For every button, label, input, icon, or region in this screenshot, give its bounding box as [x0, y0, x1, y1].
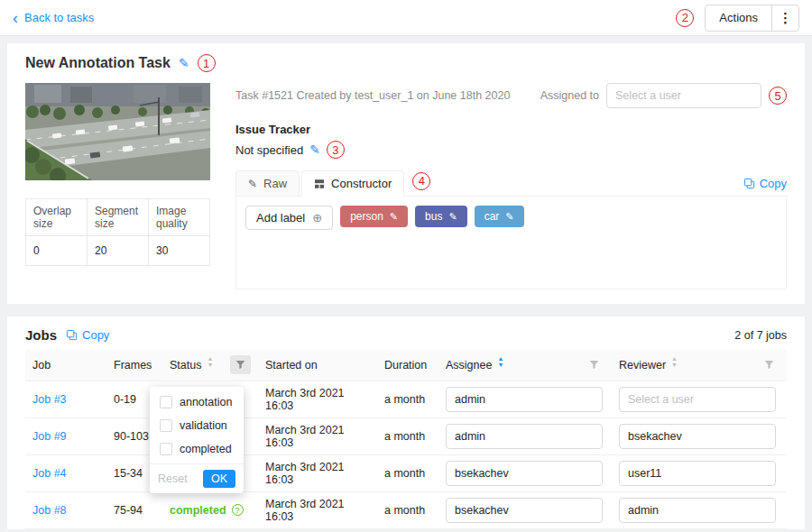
task-card: New Annotation Task ✎ 1: [7, 43, 805, 304]
duration-value: a month: [384, 467, 425, 480]
sort-icon-assignee[interactable]: ▲▼: [497, 359, 503, 371]
param-value-overlap: 0: [26, 236, 88, 266]
label-chip-person-name: person: [350, 210, 383, 223]
assignee-input[interactable]: [446, 498, 603, 523]
jobs-title: Jobs: [25, 327, 57, 343]
jobs-table-header-row: Job Frames Status ▲▼ Started on Duration: [25, 350, 787, 381]
job-link[interactable]: Job #4: [32, 467, 67, 480]
filter-option-completed[interactable]: completed: [150, 437, 244, 461]
job-link[interactable]: Job #3: [32, 393, 67, 406]
actions-button[interactable]: Actions ⋮: [705, 5, 799, 32]
jobs-count: 2 of 7 jobs: [734, 329, 787, 342]
duration-value: a month: [384, 504, 425, 517]
labels-panel: Add label ⊕ person ✎ bus ✎ car ✎: [235, 196, 787, 289]
edit-issue-tracker-icon[interactable]: ✎: [309, 143, 320, 156]
actions-button-label[interactable]: Actions: [706, 5, 771, 31]
frames-value: 90-103: [114, 430, 149, 443]
more-icon[interactable]: ⋮: [771, 5, 798, 31]
filter-ok-button[interactable]: OK: [203, 470, 235, 488]
duration-value: a month: [384, 393, 425, 406]
top-bar-right: 2 Actions ⋮: [676, 5, 799, 32]
label-chip-car[interactable]: car ✎: [475, 206, 524, 227]
filter-option-label: annotation: [180, 396, 232, 408]
table-row: Job #3 0-19 March 3rd 2021 16:03 a month: [25, 381, 787, 417]
add-label-button[interactable]: Add label ⊕: [245, 206, 333, 230]
labels-editor: ✎ Raw Constructor 4: [235, 170, 787, 289]
col-job: Job: [32, 359, 51, 371]
task-title: New Annotation Task: [25, 55, 171, 71]
chevron-left-icon: ‹: [13, 10, 18, 26]
copy-jobs-link[interactable]: Copy: [66, 328, 109, 342]
filter-option-annotation[interactable]: annotation: [150, 390, 244, 414]
frames-value: 15-34: [114, 467, 143, 480]
constructor-block-icon: [314, 179, 325, 189]
started-on-value: March 3rd 2021 16:03: [265, 424, 345, 449]
started-on-value: March 3rd 2021 16:03: [265, 461, 345, 486]
filter-icon-status[interactable]: [230, 355, 251, 374]
filter-reset-button[interactable]: Reset: [158, 472, 188, 485]
assigned-to-input[interactable]: [606, 83, 761, 108]
col-frames: Frames: [114, 359, 152, 371]
back-to-tasks-label: Back to tasks: [24, 11, 94, 24]
copy-jobs-label: Copy: [82, 328, 109, 342]
param-value-segment: 20: [88, 236, 149, 266]
table-row: Job #8 75-94 completed ? March 3rd 2021 …: [25, 491, 787, 528]
assignee-input[interactable]: [446, 424, 603, 449]
top-bar: ‹ Back to tasks 2 Actions ⋮: [0, 0, 812, 36]
col-duration: Duration: [384, 359, 427, 371]
table-row: Job #4 15-34 March 3rd 2021 16:03 a mont…: [25, 454, 787, 491]
pencil-icon[interactable]: ✎: [390, 212, 398, 222]
sort-icon-status[interactable]: ▲▼: [207, 359, 213, 371]
tab-constructor[interactable]: Constructor: [301, 170, 404, 197]
filter-icon-assignee[interactable]: [584, 355, 604, 374]
jobs-card: Jobs Copy 2 of 7 jobs Job Frames Status: [7, 316, 805, 529]
back-to-tasks-link[interactable]: ‹ Back to tasks: [13, 10, 94, 26]
task-title-row: New Annotation Task ✎ 1: [25, 54, 787, 72]
param-header-quality: Image quality: [149, 199, 210, 236]
label-chip-car-name: car: [484, 210, 500, 223]
label-chip-bus-name: bus: [425, 210, 442, 223]
label-chip-person[interactable]: person ✎: [340, 206, 408, 227]
plus-circle-icon: ⊕: [312, 212, 322, 224]
assignee-input[interactable]: [446, 387, 603, 412]
reviewer-input[interactable]: [619, 387, 776, 412]
reviewer-input[interactable]: [619, 424, 776, 449]
filter-icon-reviewer[interactable]: [759, 355, 780, 374]
tab-raw-label: Raw: [263, 177, 287, 190]
filter-option-validation[interactable]: validation: [150, 414, 244, 437]
col-status[interactable]: Status: [170, 359, 201, 371]
copy-icon: [66, 329, 78, 341]
table-row: Job #9 90-103 March 3rd 2021 16:03 a mon…: [25, 417, 787, 454]
pencil-icon[interactable]: ✎: [448, 212, 457, 222]
reviewer-input[interactable]: [619, 498, 776, 523]
job-link[interactable]: Job #8: [32, 504, 67, 517]
assignee-input[interactable]: [446, 461, 603, 486]
tab-raw[interactable]: ✎ Raw: [235, 170, 300, 196]
checkbox-icon[interactable]: [160, 396, 172, 408]
edit-task-name-icon[interactable]: ✎: [179, 57, 189, 69]
pencil-icon[interactable]: ✎: [505, 212, 513, 222]
job-link[interactable]: Job #9: [32, 430, 67, 443]
param-header-segment: Segment size: [88, 199, 149, 236]
assigned-to-label: Assigned to: [540, 89, 599, 102]
callout-1: 1: [198, 54, 216, 72]
status-badge: completed: [170, 504, 226, 517]
status-filter-dropdown: annotation validation completed Reset OK: [150, 387, 244, 493]
col-assignee[interactable]: Assignee: [446, 359, 492, 371]
copy-icon: [743, 178, 755, 189]
sort-icon-reviewer[interactable]: ▲▼: [671, 359, 678, 371]
callout-4: 4: [412, 172, 430, 190]
reviewer-input[interactable]: [619, 461, 776, 486]
started-on-value: March 3rd 2021 16:03: [265, 498, 345, 523]
checkbox-icon[interactable]: [160, 443, 172, 455]
task-right-column: Task #1521 Created by test_user_1 on Jun…: [235, 83, 787, 289]
col-reviewer[interactable]: Reviewer: [619, 359, 666, 371]
filter-option-label: validation: [180, 419, 227, 432]
question-circle-icon[interactable]: ?: [232, 504, 244, 516]
frames-value: 75-94: [114, 504, 143, 517]
checkbox-icon[interactable]: [160, 419, 172, 432]
copy-labels-link[interactable]: Copy: [743, 177, 787, 190]
label-chip-bus[interactable]: bus ✎: [415, 206, 467, 227]
jobs-header: Jobs Copy 2 of 7 jobs: [25, 327, 787, 343]
col-started-on: Started on: [265, 359, 318, 371]
